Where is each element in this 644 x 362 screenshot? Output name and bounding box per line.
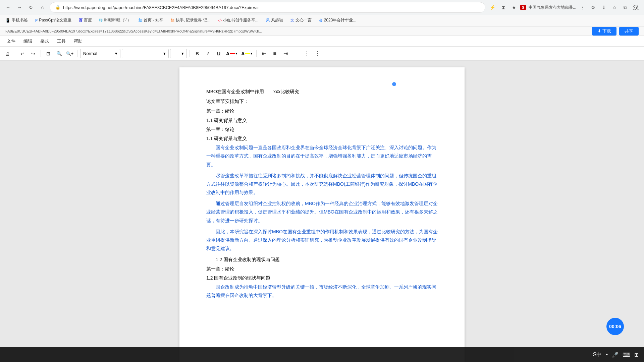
paragraph-3: 通过管理层自发组织对企业控制权的收购，MBO作为一种经典的企业治理方式，能够有效… <box>206 199 438 225</box>
document-content[interactable]: MBO在国有企业改制中作用——xxx比较研究 论文章节安排如下： 第一章：绪论 … <box>206 87 438 300</box>
bookmark-passgps[interactable]: P PassGps论文查重 <box>33 17 74 24</box>
bookmark-bilibili[interactable]: 哔 哔哩哔哩（'·'） <box>97 17 134 24</box>
chevron-down-icon-4: ▾ <box>235 52 237 55</box>
format-painter-button[interactable]: ⊡ <box>44 49 53 58</box>
nav-back-button[interactable]: ← <box>3 3 13 12</box>
kuaishou-icon: 快 <box>171 18 174 23</box>
bookmark-baidu[interactable]: 百 百度 <box>76 17 95 24</box>
doc-main-title: MBO在国有企业改制中作用——xxx比较研究 <box>206 87 438 96</box>
underline-button[interactable]: U <box>214 49 223 58</box>
nav-home-button[interactable]: ⌂ <box>38 3 47 12</box>
lightning-icon[interactable]: ⚡ <box>488 3 497 12</box>
settings-icon[interactable]: ⚙ <box>588 3 598 12</box>
bookmarks-bar: 📱 手机书签 P PassGps论文查重 百 百度 哔 哔哩哔哩（'·'） 知 … <box>0 15 644 26</box>
history-icon[interactable]: ⧗ <box>499 3 508 12</box>
bookmark-fengqila[interactable]: 风 风起啦 <box>263 17 286 24</box>
url-text: https://word.paperdog.net/paper/machine/… <box>63 5 480 10</box>
unordered-list-button[interactable]: ⋮ <box>313 49 322 58</box>
baidu-icon: 百 <box>79 18 83 23</box>
zoom-in-button[interactable]: 🔍+ <box>65 49 74 58</box>
bookmark-label: 快手, 记录世界 记... <box>176 17 211 23</box>
taskbar-input-icon[interactable]: S中 <box>593 351 602 358</box>
doc-section1-a: 1.1 研究背景与意义 <box>206 116 438 125</box>
browser-nav-icons: ← → ↻ ⌂ <box>3 3 47 12</box>
star-icon[interactable]: ★ <box>509 3 519 12</box>
download-button[interactable]: ⬇ 下载 <box>592 27 616 36</box>
timer-text: 00:06 <box>609 324 621 329</box>
doc-chapter1-c: 第一章：绪论 <box>206 265 438 273</box>
address-bar[interactable]: 🔒 https://word.paperdog.net/paper/machin… <box>50 2 485 13</box>
style-dropdown-value: Normal <box>83 51 114 56</box>
app-menubar: 文件 编辑 格式 工具 帮助 <box>0 36 644 47</box>
doc-section1-2-label: 1.2 国有企业改制的现状与问题 <box>206 255 438 264</box>
taskbar-mic-icon[interactable]: 🎤 <box>612 352 619 358</box>
taskbar-grid-icon[interactable]: ⊞ <box>634 352 639 358</box>
redo-button[interactable]: ↪ <box>29 49 38 58</box>
nav-forward-button[interactable]: → <box>15 3 24 12</box>
document-title-bar: FA8EE8CBCE2F4ABFA0B8F295094BA197.docx?Ex… <box>0 26 644 36</box>
document-area: MBO在国有企业改制中作用——xxx比较研究 论文章节安排如下： 第一章：绪论 … <box>0 61 644 362</box>
font-family-dropdown[interactable]: ▾ <box>122 49 169 58</box>
menu-dots-icon[interactable]: ⋮ <box>578 3 587 12</box>
align-justify-button[interactable]: ≣ <box>291 49 301 58</box>
font-size-dropdown[interactable]: ▾ <box>170 49 187 58</box>
document-actions: ⬇ 下载 共享 <box>592 27 639 36</box>
passgps-icon: P <box>35 18 38 22</box>
cursor-indicator <box>391 81 397 87</box>
download-queue-icon[interactable]: ⇓ <box>599 3 608 12</box>
align-right-button[interactable]: ⇥ <box>281 49 290 58</box>
bilibili-icon: 哔 <box>99 18 103 23</box>
bold-button[interactable]: B <box>193 49 202 58</box>
fengqila-icon: 风 <box>266 18 270 23</box>
bookmark-zhihu[interactable]: 知 首页 - 知乎 <box>136 17 166 24</box>
divider-4 <box>190 50 190 57</box>
bookmark-label: 小红书创作服务平... <box>223 17 259 23</box>
bookmark-mobile[interactable]: 📱 手机书签 <box>3 17 31 24</box>
profile-icon[interactable]: 汉 <box>631 3 641 12</box>
zoom-out-button[interactable]: 🔍 <box>54 49 64 58</box>
doc-chapter1-a: 第一章：绪论 <box>206 107 438 115</box>
extension-icons: ⚡ ⧗ ★ S 中国气象局发布大地磁暴... ⋮ ⚙ ⇓ ☆ ⧉ 汉 <box>488 3 641 12</box>
extensions-icon[interactable]: ⧉ <box>621 3 630 12</box>
highlight-color-button[interactable]: A ▾ <box>240 49 254 58</box>
doc-section1-b: 1.1 研究背景与意义 <box>206 134 438 143</box>
bookmark-label: 风起啦 <box>271 17 283 23</box>
mobile-icon: 📱 <box>5 18 10 23</box>
taskbar-keyboard-icon[interactable]: ⌨ <box>623 352 630 358</box>
font-color-button[interactable]: A ▾ <box>225 49 238 58</box>
xiaohongshu-icon: 小 <box>218 18 222 23</box>
print-button[interactable]: 🖨 <box>3 49 12 58</box>
bookmark-xiaohongshu[interactable]: 小 小红书创作服务平... <box>215 17 261 24</box>
download-icon: ⬇ <box>597 28 601 34</box>
style-dropdown[interactable]: Normal ▾ <box>80 49 120 58</box>
bookmark-star-icon[interactable]: ☆ <box>610 3 619 12</box>
bookmark-accounting[interactable]: 会 2023年会计华业... <box>316 17 359 24</box>
align-center-button[interactable]: ≡ <box>270 49 279 58</box>
menu-help[interactable]: 帮助 <box>72 38 84 45</box>
wenxin-icon: 文 <box>290 18 294 23</box>
highlight-label: A <box>241 51 245 56</box>
timer-badge[interactable]: 00:06 <box>606 318 624 335</box>
menu-file[interactable]: 文件 <box>5 38 17 45</box>
nav-refresh-button[interactable]: ↻ <box>26 3 36 12</box>
menu-edit[interactable]: 编辑 <box>22 38 34 45</box>
undo-button[interactable]: ↩ <box>18 49 27 58</box>
menu-format[interactable]: 格式 <box>39 38 50 45</box>
paragraph-2: 尽管这些改革举措往往受到诸多制约和挑战，并不能彻底解决企业经营管理体制的问题，但… <box>206 172 438 197</box>
paragraph-1: 国有企业改制问题一直是各国政府和企业界在当今全球经济全球化背景下广泛关注、深入讨… <box>206 143 438 169</box>
italic-button[interactable]: I <box>203 49 213 58</box>
menu-tools[interactable]: 工具 <box>56 38 67 45</box>
browser-topbar: ← → ↻ ⌂ 🔒 https://word.paperdog.net/pape… <box>0 0 644 15</box>
bookmark-wenxin[interactable]: 文 文心一言 <box>288 17 314 24</box>
ordered-list-button[interactable]: ⋮ <box>302 49 312 58</box>
bookmark-label: 百度 <box>84 17 92 23</box>
download-label: 下载 <box>602 28 611 34</box>
align-left-button[interactable]: ⇤ <box>259 49 269 58</box>
accounting-icon: 会 <box>319 18 323 23</box>
divider-1 <box>15 50 15 57</box>
bookmark-kuaishou[interactable]: 快 快手, 记录世界 记... <box>168 17 213 24</box>
chevron-down-icon: ▾ <box>115 51 117 56</box>
doc-chapter1-b: 第一章：绪论 <box>206 125 438 134</box>
share-button[interactable]: 共享 <box>619 27 639 36</box>
bookmark-label: PassGps论文查重 <box>39 17 71 23</box>
